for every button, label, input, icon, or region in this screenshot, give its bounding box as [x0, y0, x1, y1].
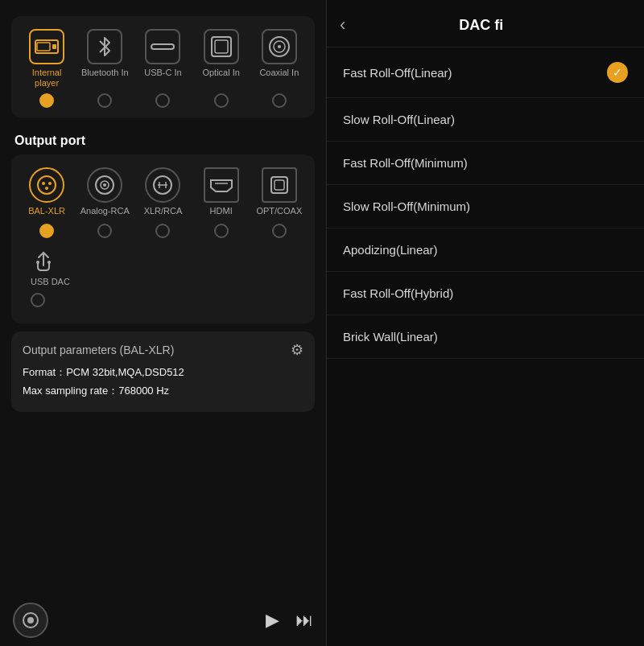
input-radio-row	[18, 93, 308, 108]
radio-bluetooth[interactable]	[97, 93, 112, 108]
play-button[interactable]: ▶	[266, 610, 279, 631]
output-section: BAL-XLR Analog-RCA	[11, 154, 315, 323]
input-optical[interactable]: Optical In	[193, 29, 250, 88]
internal-player-label: Internalplayer	[32, 68, 62, 88]
filter-label-brick-wall-linear: Brick Wall(Linear)	[343, 330, 438, 344]
usb-dac-item[interactable]: USB DAC	[18, 249, 308, 307]
hdmi-icon	[204, 167, 239, 203]
bal-xlr-label: BAL-XLR	[28, 206, 65, 219]
filter-item-slow-roll-off-minimum[interactable]: Slow Roll-Off(Minimum)	[327, 185, 644, 228]
output-radio-row	[18, 224, 308, 238]
output-title: Output port	[0, 125, 326, 151]
svg-rect-5	[215, 40, 228, 53]
filter-item-fast-roll-off-minimum[interactable]: Fast Roll-Off(Minimum)	[327, 142, 644, 185]
svg-rect-1	[37, 43, 50, 51]
xlr-rca-label: XLR/RCA	[144, 206, 183, 219]
usb-dac-icon	[31, 249, 56, 275]
input-usbc[interactable]: USB-C In	[134, 29, 191, 88]
output-opt-coax[interactable]: OPT/COAX	[252, 167, 307, 219]
check-icon-fast-roll-off-linear: ✓	[607, 62, 628, 83]
params-format-row: Format：PCM 32bit,MQA,DSD512	[23, 365, 303, 380]
gear-icon[interactable]: ⚙	[291, 341, 303, 359]
input-section: Internalplayer Bluetooth In USB-C	[11, 16, 315, 117]
format-label: Format：	[23, 366, 66, 378]
filter-label-slow-roll-off-minimum: Slow Roll-Off(Minimum)	[343, 200, 470, 213]
optical-icon	[204, 29, 239, 64]
filter-label-fast-roll-off-minimum: Fast Roll-Off(Minimum)	[343, 156, 468, 170]
back-button[interactable]: ‹	[340, 14, 345, 35]
filter-item-apodizing-linear[interactable]: Apodizing(Linear)	[327, 228, 644, 272]
svg-point-15	[103, 183, 106, 187]
input-coaxial[interactable]: Coaxial In	[251, 29, 308, 88]
radio-analog-rca[interactable]	[97, 224, 112, 238]
usbc-label: USB-C In	[144, 68, 181, 88]
max-sr-label: Max sampling rate：	[23, 385, 118, 397]
optical-label: Optical In	[202, 68, 239, 88]
usbc-icon	[145, 29, 180, 64]
params-sr-row: Max sampling rate：768000 Hz	[23, 384, 303, 398]
bottom-bar: ▶ ⏭	[0, 595, 326, 646]
bluetooth-label: Bluetooth In	[81, 68, 129, 88]
hdmi-label: HDMI	[210, 206, 233, 219]
format-value: PCM 32bit,MQA,DSD512	[66, 366, 184, 378]
svg-point-10	[42, 182, 45, 185]
svg-point-11	[48, 182, 52, 185]
radio-internal-player[interactable]	[39, 93, 54, 108]
params-title: Output parameters (BAL-XLR)	[23, 344, 174, 356]
output-icons-row: BAL-XLR Analog-RCA	[18, 167, 308, 219]
bal-xlr-icon	[29, 167, 64, 203]
bluetooth-icon	[87, 29, 122, 64]
coaxial-icon	[262, 29, 297, 64]
svg-rect-3	[151, 44, 174, 49]
radio-usbc[interactable]	[155, 93, 170, 108]
input-icons-row: Internalplayer Bluetooth In USB-C	[18, 29, 308, 88]
input-internal-player[interactable]: Internalplayer	[19, 29, 75, 88]
svg-point-8	[278, 45, 281, 48]
analog-rca-label: Analog-RCA	[80, 206, 130, 219]
svg-point-9	[38, 176, 56, 194]
filter-label-apodizing-linear: Apodizing(Linear)	[343, 243, 438, 257]
svg-point-24	[47, 261, 51, 264]
filter-item-fast-roll-off-hybrid[interactable]: Fast Roll-Off(Hybrid)	[327, 272, 644, 315]
filter-label-fast-roll-off-linear: Fast Roll-Off(Linear)	[343, 66, 452, 80]
filter-label-slow-roll-off-linear: Slow Roll-Off(Linear)	[343, 113, 455, 126]
radio-opt-coax[interactable]	[272, 224, 287, 238]
output-analog-rca[interactable]: Analog-RCA	[77, 167, 132, 219]
svg-rect-22	[275, 180, 284, 190]
svg-rect-21	[271, 177, 287, 193]
max-sr-value: 768000 Hz	[118, 385, 169, 397]
filter-item-fast-roll-off-linear[interactable]: Fast Roll-Off(Linear)✓	[327, 47, 644, 98]
svg-point-23	[36, 261, 39, 264]
playback-controls: ▶ ⏭	[266, 610, 313, 631]
params-section: Output parameters (BAL-XLR) ⚙ Format：PCM…	[11, 331, 315, 412]
radio-optical[interactable]	[214, 93, 229, 108]
record-button[interactable]	[13, 603, 48, 638]
next-button[interactable]: ⏭	[295, 610, 313, 631]
params-header: Output parameters (BAL-XLR) ⚙	[23, 341, 303, 359]
xlr-rca-icon	[145, 167, 180, 203]
filter-item-brick-wall-linear[interactable]: Brick Wall(Linear)	[327, 315, 644, 359]
internal-player-icon	[29, 29, 64, 64]
output-hdmi[interactable]: HDMI	[194, 167, 249, 219]
filter-item-slow-roll-off-linear[interactable]: Slow Roll-Off(Linear)	[327, 98, 644, 142]
filter-list: Fast Roll-Off(Linear)✓Slow Roll-Off(Line…	[327, 47, 644, 359]
svg-rect-2	[52, 44, 56, 49]
radio-xlr-rca[interactable]	[155, 224, 170, 238]
radio-coaxial[interactable]	[272, 93, 287, 108]
right-title: DAC fi	[355, 17, 607, 34]
input-bluetooth[interactable]: Bluetooth In	[76, 29, 133, 88]
radio-usb-dac[interactable]	[31, 293, 45, 307]
usb-dac-label: USB DAC	[31, 277, 70, 286]
output-xlr-rca[interactable]: XLR/RCA	[135, 167, 190, 219]
filter-label-fast-roll-off-hybrid: Fast Roll-Off(Hybrid)	[343, 286, 453, 300]
opt-coax-icon	[262, 167, 297, 203]
right-panel: ‹ DAC fi Fast Roll-Off(Linear)✓Slow Roll…	[326, 0, 644, 646]
radio-bal-xlr[interactable]	[39, 224, 54, 238]
output-bal-xlr[interactable]: BAL-XLR	[19, 167, 74, 219]
right-header: ‹ DAC fi	[327, 0, 644, 47]
analog-rca-icon	[87, 167, 122, 203]
svg-point-12	[45, 187, 48, 190]
coaxial-label: Coaxial In	[259, 68, 299, 88]
radio-hdmi[interactable]	[214, 224, 229, 238]
svg-point-26	[27, 617, 34, 623]
